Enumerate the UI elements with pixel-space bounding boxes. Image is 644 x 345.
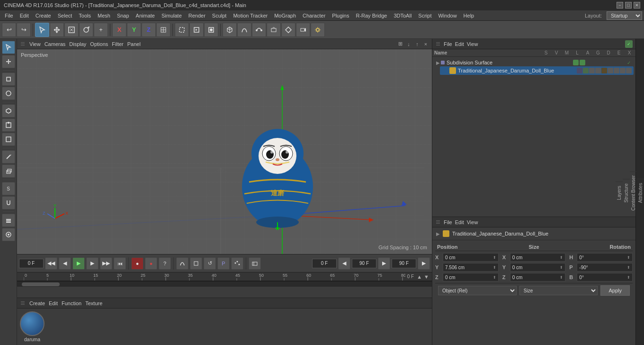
camera-button[interactable]	[296, 23, 310, 37]
coord-system-select[interactable]: Object (Rel) World Local	[438, 286, 517, 295]
mat-texture-menu[interactable]: Texture	[85, 300, 102, 306]
preview-end-input[interactable]	[392, 259, 416, 268]
render-region-button[interactable]	[175, 23, 189, 37]
obj-file-menu[interactable]: File	[444, 41, 452, 47]
menu-motion-tracker[interactable]: Motion Tracker	[230, 12, 270, 19]
menu-help[interactable]: Help	[461, 12, 477, 19]
viewport-filter-menu[interactable]: Filter	[112, 41, 123, 47]
size-z-field[interactable]: 0 cm ⬆	[510, 273, 566, 281]
goto-end-button[interactable]: ⏮	[114, 257, 126, 270]
attr-edit-menu[interactable]: Edit	[455, 219, 464, 225]
start-frame-input[interactable]	[312, 259, 337, 268]
extrude-tool[interactable]	[2, 164, 15, 178]
menu-mograph[interactable]: MoGraph	[271, 12, 299, 19]
timeline-ruler[interactable]: 0 5 10 15 20 25 30	[17, 272, 432, 281]
layers-tab[interactable]: Layers	[616, 182, 623, 204]
undo-button[interactable]: ↩	[2, 23, 16, 37]
selection-tool[interactable]	[2, 41, 15, 54]
param-button[interactable]: P	[217, 257, 230, 270]
end-frame-input[interactable]	[352, 259, 376, 268]
mat-create-menu[interactable]: Create	[29, 300, 45, 306]
pos-z-field[interactable]: 0 cm ⬆	[443, 273, 499, 281]
menu-select[interactable]: Select	[55, 12, 75, 19]
timeline-mode-button[interactable]	[249, 257, 261, 270]
play-button[interactable]: ▶	[72, 257, 85, 270]
maximize-button[interactable]: □	[625, 2, 632, 9]
timeline-scroll-up[interactable]: ▲	[416, 274, 423, 280]
rotate-tool[interactable]	[2, 87, 15, 100]
menu-script[interactable]: Script	[415, 12, 434, 19]
z-axis-button[interactable]: Z	[142, 23, 156, 37]
mat-edit-menu[interactable]: Edit	[49, 300, 58, 306]
rot-p-field[interactable]: -90° ⬆	[577, 263, 633, 272]
tangent-button[interactable]: ↺	[204, 257, 216, 270]
menu-3dtoall[interactable]: 3DToAll	[391, 12, 414, 19]
structure-tab[interactable]: Structure	[623, 179, 630, 207]
object-row-subdivision[interactable]: ▶ Subdivision Surface ✓	[434, 59, 634, 66]
rot-b-field[interactable]: 0° ⬆	[577, 273, 633, 281]
deformer-button[interactable]	[267, 23, 281, 37]
next-frame-button[interactable]: ▶	[86, 257, 98, 270]
nurbs-button[interactable]	[252, 23, 266, 37]
menu-animate[interactable]: Animate	[133, 12, 158, 19]
current-frame-input[interactable]	[19, 259, 44, 268]
fcurve-button[interactable]	[231, 257, 243, 270]
attributes-tab[interactable]: Attributes	[637, 179, 644, 207]
effector-button[interactable]	[281, 23, 295, 37]
key-type-button[interactable]	[190, 257, 202, 270]
world-coords-button[interactable]	[156, 23, 170, 37]
obj-view-menu[interactable]: View	[467, 41, 478, 47]
attr-object-row[interactable]: ▶ Traditional_Japanese_Daruma_Doll_Blue	[434, 229, 634, 238]
apply-button[interactable]: Apply	[600, 285, 630, 296]
menu-render[interactable]: Render	[186, 12, 208, 19]
next-keyframe-button[interactable]: ▶▶	[100, 257, 112, 270]
mat-function-menu[interactable]: Function	[62, 300, 81, 306]
menu-create[interactable]: Create	[33, 12, 54, 19]
knife-tool[interactable]	[2, 150, 15, 163]
cube-primitive-button[interactable]	[223, 23, 237, 37]
viewport-view-menu[interactable]: View	[29, 41, 41, 47]
layout-dropdown[interactable]: Startup Standard	[607, 11, 642, 20]
object-row-daruma[interactable]: Traditional_Japanese_Daruma_Doll_Blue	[440, 66, 634, 75]
menu-window[interactable]: Window	[435, 12, 459, 19]
minimize-button[interactable]: −	[617, 2, 623, 9]
paint-tool[interactable]: S	[2, 182, 15, 195]
obj-edit-menu[interactable]: Edit	[455, 41, 464, 47]
select-tool-button[interactable]	[35, 23, 49, 37]
menu-plugins[interactable]: Plugins	[329, 12, 352, 19]
pos-x-field[interactable]: 0 cm ⬆	[443, 253, 499, 262]
menu-edit[interactable]: Edit	[17, 12, 32, 19]
close-button[interactable]: ✕	[634, 2, 640, 9]
spline-button[interactable]	[237, 23, 251, 37]
motion-path-button[interactable]	[176, 257, 188, 270]
viewport-panel-menu[interactable]: Panel	[127, 41, 141, 47]
record-button[interactable]: ●	[131, 257, 143, 270]
daruma-object[interactable]: 達磨	[230, 120, 325, 235]
x-axis-button[interactable]: X	[112, 23, 126, 37]
move-tool[interactable]	[2, 55, 15, 68]
prev-frame-button[interactable]: ◀	[59, 257, 71, 270]
material-item-daruma[interactable]: daruma	[20, 311, 45, 342]
expand-arrow-subdivision[interactable]: ▶	[436, 60, 440, 65]
render-picture-button[interactable]	[204, 23, 218, 37]
menu-tools[interactable]: Tools	[76, 12, 94, 19]
obj-manager-checkmark[interactable]: ✓	[625, 40, 633, 48]
menu-character[interactable]: Character	[300, 12, 328, 19]
edge-tool[interactable]	[2, 118, 15, 132]
timeline-scroll-down[interactable]: ▼	[423, 274, 430, 280]
scale-tool-button[interactable]	[64, 23, 79, 37]
viewport-option-d[interactable]: ×	[422, 41, 429, 47]
timeline-scrollbar[interactable]	[17, 281, 432, 287]
viewport-option-b[interactable]: ↓	[405, 41, 412, 47]
menu-snap[interactable]: Snap	[114, 12, 132, 19]
content-browser-tab[interactable]: Content Browser	[630, 171, 637, 214]
end-frame-step-up[interactable]: ▶	[378, 257, 390, 270]
attr-file-menu[interactable]: File	[444, 219, 452, 225]
viewport-options-menu[interactable]: Options	[90, 41, 108, 47]
menu-simulate[interactable]: Simulate	[159, 12, 185, 19]
rot-h-field[interactable]: 0° ⬆	[577, 253, 633, 262]
viewport-display-menu[interactable]: Display	[69, 41, 86, 47]
viewport-cameras-menu[interactable]: Cameras	[45, 41, 66, 47]
layer-tool[interactable]	[2, 214, 15, 227]
menu-file[interactable]: File	[2, 12, 16, 19]
